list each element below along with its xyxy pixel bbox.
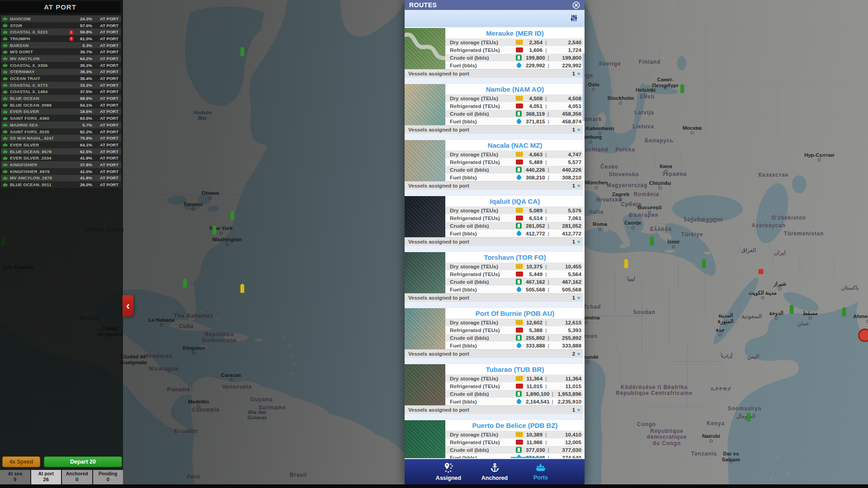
vessel-row[interactable]: COASTAL X_977333.2%AT PORT xyxy=(1,82,121,89)
speed-button[interactable]: 4x Speed xyxy=(2,456,40,467)
vessel-marker-ship-green[interactable] xyxy=(789,304,795,314)
vessel-row[interactable]: BARZAN5.3%AT PORT xyxy=(1,42,121,49)
vessel-marker-ship-yellow[interactable] xyxy=(623,258,629,268)
port-name[interactable]: Namibe (NAM AO) xyxy=(445,84,585,94)
vessel-marker-red-circle[interactable] xyxy=(858,328,868,342)
port-name[interactable]: Nacala (NAC MZ) xyxy=(445,140,585,150)
vessel-marker-ship-green[interactable] xyxy=(841,307,847,316)
vessel-row[interactable]: MADRID SEA5.7%AT PORT xyxy=(1,122,121,128)
status-tab-at-port[interactable]: At port26 xyxy=(31,470,61,484)
port-name[interactable]: Tubarao (TUB BR) xyxy=(445,364,585,375)
ship-icon xyxy=(3,50,8,54)
vessel-row[interactable]: MV ANCYLON_297841.6%AT PORT xyxy=(1,175,121,182)
vessel-marker-ship-green[interactable] xyxy=(230,210,236,220)
vessel-row[interactable]: KINGFISHER_697641.0%AT PORT xyxy=(1,168,121,175)
vessel-status: AT PORT xyxy=(92,96,119,101)
vessel-row[interactable]: BLUE OCEAN68.9%AT PORT xyxy=(1,95,121,102)
storage-label: Refrigerated (TEUs) xyxy=(450,215,516,221)
vessel-row[interactable]: MV ANCYLON64.2%AT PORT xyxy=(1,55,121,62)
vessels-assigned-row[interactable]: Vessels assigned to port1▼ xyxy=(405,125,585,134)
vessel-marker-ship-green[interactable] xyxy=(746,412,752,422)
capacity-amount: 5,577 xyxy=(550,159,581,165)
stored-amount: 281,052 xyxy=(526,223,545,229)
vessel-row[interactable]: SAINT FORS_436063.5%AT PORT xyxy=(1,115,121,122)
vessel-marker-ship-yellow[interactable] xyxy=(240,283,245,293)
port-name[interactable]: Torshavn (TOR FO) xyxy=(445,252,585,263)
vessel-row[interactable]: SAINT FORS_303582.2%AT PORT xyxy=(1,128,121,135)
port-name[interactable]: Merauke (MER ID) xyxy=(445,28,585,38)
port-satellite-thumbnail[interactable] xyxy=(405,308,445,349)
vessel-marker-ship-green[interactable] xyxy=(649,236,655,245)
value-separator: | xyxy=(545,230,552,237)
port-satellite-thumbnail[interactable] xyxy=(405,196,445,237)
vessel-row[interactable]: BLUE OCEAN_008654.1%AT PORT xyxy=(1,102,121,108)
tab-label: Ports xyxy=(533,474,548,481)
capacity-amount: 467,162 xyxy=(552,279,581,285)
port-name[interactable]: Iqaluit (IQA CA) xyxy=(445,196,585,206)
value-separator: | xyxy=(549,391,555,397)
port-satellite-thumbnail[interactable] xyxy=(405,84,445,125)
vessel-marker-ship-green[interactable] xyxy=(182,278,188,287)
vessel-row[interactable]: STERNWAY38.3%AT PORT xyxy=(1,69,121,75)
vessel-row[interactable]: STOR57.0%AT PORT xyxy=(1,22,121,29)
vessels-assigned-row[interactable]: Vessels assigned to port1▼ xyxy=(405,293,585,302)
port-satellite-thumbnail[interactable] xyxy=(405,364,445,405)
vessel-row[interactable]: EVER SILVER64.1%AT PORT xyxy=(1,141,121,148)
close-icon[interactable] xyxy=(572,1,580,9)
vessel-row[interactable]: SS W.H NAVAL_424775.9%AT PORT xyxy=(1,135,121,141)
tab-assigned[interactable]: Assigned xyxy=(432,462,465,481)
storage-row-crude: Crude oil (bbls)281,052|281,052 xyxy=(445,222,585,230)
depart-button[interactable]: Depart 20 xyxy=(44,456,122,467)
panel-scrollbar-thumb[interactable] xyxy=(583,53,585,121)
crude-icon xyxy=(516,111,526,117)
vessel-name: MADRID SEA xyxy=(10,122,68,127)
stored-amount: 4,663 xyxy=(526,151,542,158)
vessel-row[interactable]: COASTAL X_146437.5%AT PORT xyxy=(1,89,121,95)
port-name[interactable]: Port Of Burnie (POB AU) xyxy=(445,308,585,319)
vessel-row[interactable]: EVER SILVER18.6%AT PORT xyxy=(1,108,121,115)
value-separator: | xyxy=(542,215,550,221)
vessels-assigned-row[interactable]: Vessels assigned to port1▼ xyxy=(405,181,585,190)
vessel-row[interactable]: KINGFISHER37.8%AT PORT xyxy=(1,161,121,168)
vessels-assigned-row[interactable]: Vessels assigned to port1▼ xyxy=(405,69,585,78)
status-tab-at-sea[interactable]: At sea9 xyxy=(0,470,30,484)
vessel-row[interactable]: EVER SILVER_203441.9%AT PORT xyxy=(1,155,121,161)
filter-sliders-icon[interactable] xyxy=(570,14,578,22)
vessels-assigned-row[interactable]: Vessels assigned to port1▼ xyxy=(405,237,585,246)
vessel-marker-ship-green[interactable] xyxy=(701,258,707,268)
storage-label: Dry storage (TEUs) xyxy=(450,263,516,270)
vessel-row[interactable]: TRIUMPH!61.0%AT PORT xyxy=(1,35,121,42)
vessel-row[interactable]: NAVICOM24.3%AT PORT xyxy=(1,15,121,22)
vessels-assigned-row[interactable]: Vessels assigned to port1▼ xyxy=(405,405,585,414)
port-name[interactable]: Puerto De Belice (PDB BZ) xyxy=(445,420,585,431)
panel-scrollbar-track[interactable] xyxy=(583,27,585,459)
port-satellite-thumbnail[interactable] xyxy=(405,140,445,181)
vessel-row[interactable]: OCEAN TRAIT35.4%AT PORT xyxy=(1,75,121,82)
vessel-row[interactable]: COASTAL X_335635.2%AT PORT xyxy=(1,62,121,69)
stored-amount: 10,389 xyxy=(526,432,542,438)
vessels-assigned-row[interactable]: Vessels assigned to port2▼ xyxy=(405,349,585,358)
vessel-row[interactable]: M/S DORIT39.7%AT PORT xyxy=(1,48,121,55)
port-satellite-thumbnail[interactable] xyxy=(405,252,445,293)
vessel-name: EVER SILVER_2034 xyxy=(10,155,68,160)
vessel-marker-ship-green[interactable] xyxy=(240,47,245,56)
status-tab-anchored[interactable]: Anchored0 xyxy=(62,470,92,484)
vessel-row[interactable]: COASTAL X_5223!59.8%AT PORT xyxy=(1,28,121,35)
tab-ports[interactable]: Ports xyxy=(524,463,557,481)
vessel-marker-ship-green[interactable] xyxy=(212,225,217,235)
capacity-amount: 11,015 xyxy=(550,383,581,389)
port-satellite-thumbnail[interactable] xyxy=(405,420,445,459)
status-tab-pending[interactable]: Pending0 xyxy=(93,470,123,484)
vessel-marker-red-dot[interactable] xyxy=(759,269,764,274)
stored-amount: 255,892 xyxy=(526,335,545,341)
vessel-marker-ship-green[interactable] xyxy=(679,84,685,93)
vessel-load-percent: 37.5% xyxy=(74,89,92,94)
reefer-icon xyxy=(516,384,526,389)
storage-label: Refrigerated (TEUs) xyxy=(450,439,516,446)
port-card-body: Port Of Burnie (POB AU)Dry storage (TEUs… xyxy=(445,308,585,349)
port-satellite-thumbnail[interactable] xyxy=(405,28,445,69)
vessel-row[interactable]: BLUE OCEAN_001126.0%AT PORT xyxy=(1,181,121,188)
tab-anchored[interactable]: Anchored xyxy=(478,463,511,481)
sidebar-collapse-button[interactable]: ‹ xyxy=(123,295,133,316)
vessel-row[interactable]: BLUE OCEAN_957862.5%AT PORT xyxy=(1,148,121,155)
